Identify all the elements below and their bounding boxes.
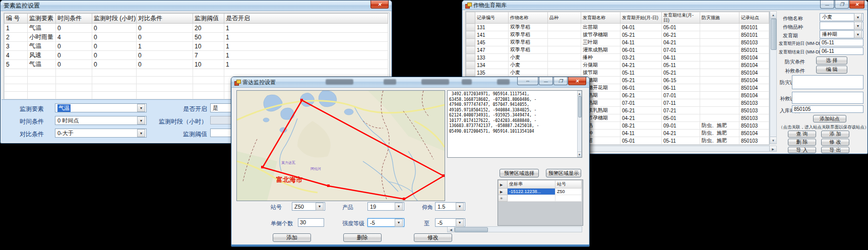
table-row[interactable]: 134小麦分蘖期04-2105-11850104 xyxy=(466,61,769,69)
warning-area-display-button[interactable]: 预警区域显示 xyxy=(546,169,581,177)
element-monitor-titlebar[interactable]: 要素监控设置 xyxy=(1,1,392,11)
crop-window-titlebar[interactable]: 作物生育期库 xyxy=(462,1,867,10)
close-button[interactable] xyxy=(370,1,389,9)
table-row[interactable]: 133小麦播种03-2104-11850104 xyxy=(466,54,769,61)
query-button[interactable]: 查 询 xyxy=(788,131,816,138)
remedy-edit-button[interactable]: 编 辑 xyxy=(816,66,847,74)
column-header[interactable]: 发育期结束(月-日) xyxy=(662,12,700,24)
stage-end-label: 发育期结束日 (MM-DD) xyxy=(779,49,823,55)
close-icon xyxy=(575,79,579,84)
table-row[interactable]: 2小时雨量400501 xyxy=(5,33,388,42)
maximize-button[interactable] xyxy=(835,1,849,9)
stage-start-field[interactable]: 05-11 xyxy=(820,39,863,46)
compare-condition-select[interactable]: 0-大于 xyxy=(55,129,147,138)
table-row[interactable]: 145双季早稻三叶期04-1104-21850103 xyxy=(466,39,769,46)
intensity-to-select[interactable]: -5 xyxy=(435,218,465,227)
crop-name-select[interactable]: 小麦 xyxy=(820,13,863,21)
scroll-up-icon[interactable]: ▲ xyxy=(770,12,776,19)
export-button[interactable]: 导 出 xyxy=(821,147,849,153)
column-header[interactable]: 品种 xyxy=(548,12,581,24)
side-count-field[interactable]: 30 xyxy=(298,218,324,227)
add-button[interactable]: 添加 xyxy=(273,233,311,242)
table-row[interactable]: 3气温001101 xyxy=(5,42,388,51)
column-header[interactable]: 监测时段 (小时) xyxy=(92,14,137,24)
table-row[interactable]: 1气温000201 xyxy=(5,24,388,33)
station-field[interactable]: 850105 xyxy=(792,105,863,113)
table-cell: 850103 xyxy=(739,137,769,145)
table-cell: 0 xyxy=(137,51,193,60)
add-station-button[interactable]: 添加站点 xyxy=(813,115,846,122)
scroll-thumb[interactable] xyxy=(578,96,582,117)
delete-button[interactable]: 删 除 xyxy=(788,139,816,146)
intensity-select[interactable]: -5 xyxy=(367,218,404,227)
table-row[interactable]: 5气温000101 xyxy=(5,60,388,69)
remedy-desc-textarea[interactable] xyxy=(792,92,863,104)
warning-area-map[interactable]: 莫力达瓦 阿伦河 富北海市 xyxy=(236,90,445,201)
window-title: 雷达监控设置 xyxy=(242,79,276,86)
product-select[interactable]: 19 xyxy=(367,202,404,211)
time-condition-select[interactable]: 0 时间点 xyxy=(55,116,147,125)
modify-button[interactable]: 修改 xyxy=(414,233,452,242)
minimize-button[interactable] xyxy=(820,1,834,9)
scroll-thumb[interactable] xyxy=(771,19,777,50)
column-header[interactable]: 监测阈值 xyxy=(193,14,224,24)
elevation-select[interactable]: 1.5 xyxy=(435,202,465,211)
table-cell: 134 xyxy=(475,61,509,69)
table-cell: 小时雨量 xyxy=(28,33,56,42)
scroll-right-icon[interactable]: ▶ xyxy=(769,146,776,151)
radar-hscrollbar[interactable]: ◀ xyxy=(447,226,582,232)
product-label: 产品 xyxy=(342,204,353,211)
table-row[interactable] xyxy=(499,195,582,202)
scroll-left-icon[interactable]: ◀ xyxy=(448,227,455,232)
add-button[interactable]: 添 加 xyxy=(821,131,849,138)
table-row[interactable]: -15122.12238...Z50 xyxy=(499,189,582,195)
close-button[interactable] xyxy=(568,77,586,85)
table-cell: 拔节期 xyxy=(581,69,621,77)
table-row[interactable]: 135小麦拔节期05-1105-21850104 xyxy=(466,69,769,77)
table-cell: 双季早稻 xyxy=(509,39,548,46)
scroll-up-icon[interactable]: ▲ xyxy=(578,91,581,96)
column-header[interactable]: 监测要素 xyxy=(28,14,56,24)
polygon-coordinates-box[interactable]: 3492.0172034971, 905914.1117541, 63458.1… xyxy=(447,90,582,158)
delete-button[interactable]: 删除 xyxy=(343,233,382,242)
table-cell: 气温 xyxy=(28,42,56,51)
prevent-select-button[interactable]: 选 择 xyxy=(816,56,847,65)
table-row[interactable]: 147双季早稻灌浆成熟期06-0107-01850101 xyxy=(466,46,769,54)
column-header[interactable]: 坐标串 xyxy=(508,180,555,189)
close-button[interactable] xyxy=(849,1,864,9)
column-header[interactable]: 编 号 xyxy=(5,14,28,24)
column-header[interactable]: 记录站点 xyxy=(739,12,769,24)
column-header[interactable]: 发育期名称 xyxy=(581,12,621,24)
stage-end-field[interactable]: 06-11 xyxy=(820,47,863,55)
scroll-down-icon[interactable]: ▼ xyxy=(770,137,776,144)
monitor-element-label: 监测要素 xyxy=(20,105,44,113)
table-row[interactable]: 4风速00071 xyxy=(5,51,388,60)
dock-button[interactable] xyxy=(517,77,538,85)
modify-button[interactable]: 修 改 xyxy=(821,139,849,146)
crop-table-vscrollbar[interactable]: ▲ ▼ xyxy=(770,11,777,144)
column-header[interactable]: 时间条件 xyxy=(56,14,92,24)
table-row[interactable]: 141双季早稻拔节孕穗期05-2106-21850101 xyxy=(466,31,769,39)
column-header[interactable]: 作物名称 xyxy=(509,12,548,24)
column-header[interactable]: 对比条件 xyxy=(137,14,193,24)
coords-vscrollbar[interactable]: ▲ ▼ xyxy=(577,91,582,157)
table-cell: 09-01 xyxy=(662,122,700,130)
scroll-thumb[interactable] xyxy=(455,227,488,232)
monitor-element-select[interactable]: 气温 xyxy=(55,103,147,112)
column-header[interactable]: 发育期开始(月-日) xyxy=(621,12,662,24)
column-header[interactable]: 防灾措施 xyxy=(700,12,739,24)
import-button[interactable]: 导 入 xyxy=(788,147,816,153)
scroll-down-icon[interactable]: ▼ xyxy=(578,152,581,157)
stage-select[interactable]: 播种期 xyxy=(820,30,863,38)
column-header[interactable]: 记录编号 xyxy=(475,12,509,24)
station-no-select[interactable]: Z50 xyxy=(292,202,325,211)
radar-window-titlebar[interactable]: 雷达监控设置 xyxy=(231,77,589,88)
prevent-desc-textarea[interactable] xyxy=(792,75,863,89)
column-header[interactable]: 站号 xyxy=(555,180,582,189)
column-header[interactable]: 是否开启 xyxy=(224,14,388,24)
maximize-button[interactable] xyxy=(553,77,568,85)
variety-select[interactable] xyxy=(820,22,863,30)
warning-area-select-button[interactable]: 预警区域选择 xyxy=(500,169,539,177)
minimize-button[interactable] xyxy=(539,77,553,85)
table-row[interactable]: 131双季早稻出苗期04-0105-01850101 xyxy=(466,24,769,31)
